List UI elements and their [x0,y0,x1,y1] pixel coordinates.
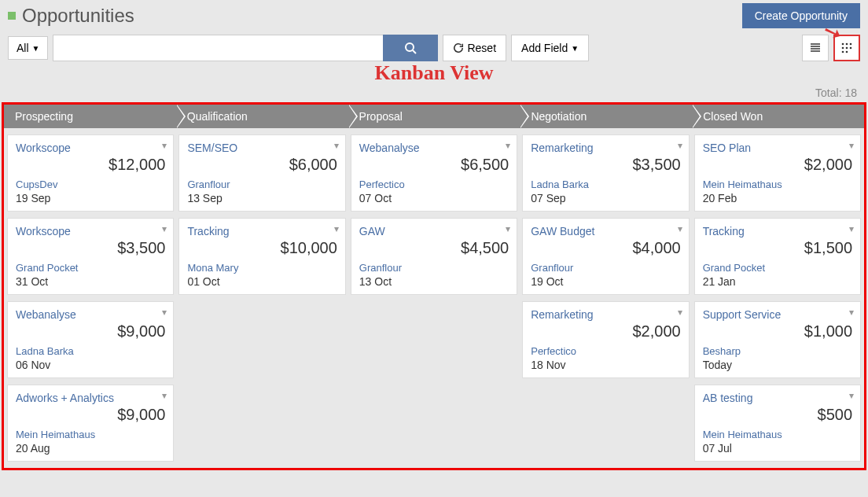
column-header-proposal[interactable]: Proposal [348,105,520,128]
card-menu-icon[interactable]: ▾ [678,140,682,151]
opportunity-card[interactable]: ▾GAW Budget$4,000Granflour19 Oct [522,218,689,295]
card-name[interactable]: Webanalyse [359,142,509,154]
card-menu-icon[interactable]: ▾ [506,223,510,234]
card-date: Today [703,359,852,371]
card-date: 13 Oct [359,275,509,288]
card-name[interactable]: GAW Budget [531,225,680,237]
reset-button[interactable]: Reset [443,35,506,61]
card-menu-icon[interactable]: ▾ [678,307,682,318]
card-name[interactable]: Workscope [16,142,165,154]
card-amount: $10,000 [187,239,337,257]
card-name[interactable]: AB testing [703,392,852,404]
card-name[interactable]: Workscope [16,225,165,237]
card-account[interactable]: Granflour [187,179,337,190]
card-date: 19 Sep [16,192,165,204]
card-account[interactable]: Grand Pocket [16,262,165,274]
opportunity-card[interactable]: ▾Remarketing$2,000Perfectico18 Nov [522,301,689,378]
svg-point-9 [842,47,844,50]
search-button[interactable] [383,35,438,61]
svg-line-1 [413,50,416,53]
card-name[interactable]: GAW [359,225,509,237]
card-account[interactable]: Mein Heimathaus [703,179,852,190]
card-date: 07 Sep [531,192,680,204]
card-account[interactable]: Mein Heimathaus [16,429,165,440]
card-menu-icon[interactable]: ▾ [849,390,854,401]
opportunity-card[interactable]: ▾Webanalyse$6,500Perfectico07 Oct [351,134,517,212]
card-menu-icon[interactable]: ▾ [162,390,167,401]
card-account[interactable]: Mona Mary [187,262,337,274]
caret-down-icon: ▼ [571,44,579,53]
card-account[interactable]: Mein Heimathaus [703,429,852,440]
card-name[interactable]: Support Service [703,308,852,321]
card-name[interactable]: Tracking [187,225,337,237]
card-date: 20 Aug [16,442,165,455]
card-menu-icon[interactable]: ▾ [334,140,339,151]
card-amount: $2,000 [703,156,852,174]
column-header-negotiation[interactable]: Negotiation [520,105,692,128]
opportunity-card[interactable]: ▾SEM/SEO$6,000Granflour13 Sep [178,134,345,212]
card-name[interactable]: Webanalyse [16,308,165,321]
opportunity-card[interactable]: ▾Tracking$1,500Grand Pocket21 Jan [694,218,861,295]
card-menu-icon[interactable]: ▾ [678,223,682,234]
card-name[interactable]: Adworks + Analytics [16,392,165,404]
column-header-qualification[interactable]: Qualification [176,105,348,128]
column-header-closedwon[interactable]: Closed Won [692,105,864,128]
card-amount: $500 [703,406,852,424]
card-menu-icon[interactable]: ▾ [162,140,167,151]
svg-point-13 [846,51,848,53]
card-name[interactable]: Remarketing [531,142,680,154]
search-input[interactable] [53,35,383,61]
opportunity-card[interactable]: ▾Workscope$3,500Grand Pocket31 Oct [7,218,174,295]
svg-point-12 [842,51,844,53]
card-name[interactable]: SEM/SEO [187,142,337,154]
opportunity-card[interactable]: ▾Tracking$10,000Mona Mary01 Oct [178,218,345,295]
lane-negotiation: ▾Remarketing$3,500Ladna Barka07 Sep▾GAW … [522,134,689,462]
page-title: Opportunities [22,5,134,27]
opportunity-card[interactable]: ▾GAW$4,500Granflour13 Oct [351,218,517,295]
reset-label: Reset [467,42,496,54]
card-account[interactable]: Perfectico [531,345,680,357]
opportunity-card[interactable]: ▾Webanalyse$9,000Ladna Barka06 Nov [7,301,174,378]
lane-qualification: ▾SEM/SEO$6,000Granflour13 Sep▾Tracking$1… [178,134,345,462]
card-account[interactable]: Granflour [531,262,680,274]
card-account[interactable]: Perfectico [359,179,509,190]
card-name[interactable]: SEO Plan [703,142,852,154]
card-menu-icon[interactable]: ▾ [849,140,854,151]
card-account[interactable]: Ladna Barka [16,345,165,357]
card-menu-icon[interactable]: ▾ [506,140,510,151]
add-field-button[interactable]: Add Field ▼ [511,35,589,61]
opportunity-card[interactable]: ▾Support Service$1,000BesharpToday [694,301,861,378]
card-amount: $1,500 [703,239,852,257]
opportunity-card[interactable]: ▾Workscope$12,000CupsDev19 Sep [7,134,174,212]
create-opportunity-button[interactable]: Create Opportunity [742,3,860,28]
card-name[interactable]: Tracking [703,225,852,237]
card-account[interactable]: Granflour [359,262,509,274]
card-amount: $2,000 [531,322,680,341]
card-date: 18 Nov [531,359,680,371]
card-account[interactable]: Besharp [703,345,852,357]
card-menu-icon[interactable]: ▾ [849,307,854,318]
card-account[interactable]: CupsDev [16,179,165,190]
card-amount: $9,000 [16,322,165,341]
card-menu-icon[interactable]: ▾ [162,223,167,234]
card-account[interactable]: Ladna Barka [531,179,680,190]
card-date: 07 Jul [703,442,852,455]
card-amount: $9,000 [16,406,165,424]
card-amount: $3,500 [16,239,165,257]
filter-dropdown[interactable]: All ▼ [8,36,48,60]
opportunity-card[interactable]: ▾SEO Plan$2,000Mein Heimathaus20 Feb [694,134,861,212]
card-menu-icon[interactable]: ▾ [849,223,854,234]
opportunity-card[interactable]: ▾Adworks + Analytics$9,000Mein Heimathau… [7,385,174,462]
card-menu-icon[interactable]: ▾ [334,223,339,234]
opportunity-card[interactable]: ▾Remarketing$3,500Ladna Barka07 Sep [522,134,689,212]
card-name[interactable]: Remarketing [531,308,680,321]
card-amount: $4,000 [531,239,680,257]
opportunity-card[interactable]: ▾AB testing$500Mein Heimathaus07 Jul [694,385,861,462]
kanban-board: Prospecting Qualification Proposal Negot… [2,102,866,470]
filter-label: All [17,42,29,54]
card-menu-icon[interactable]: ▾ [162,307,167,318]
card-amount: $12,000 [16,156,165,174]
card-date: 07 Oct [359,192,509,204]
card-account[interactable]: Grand Pocket [703,262,852,274]
column-header-prospecting[interactable]: Prospecting [4,105,176,128]
